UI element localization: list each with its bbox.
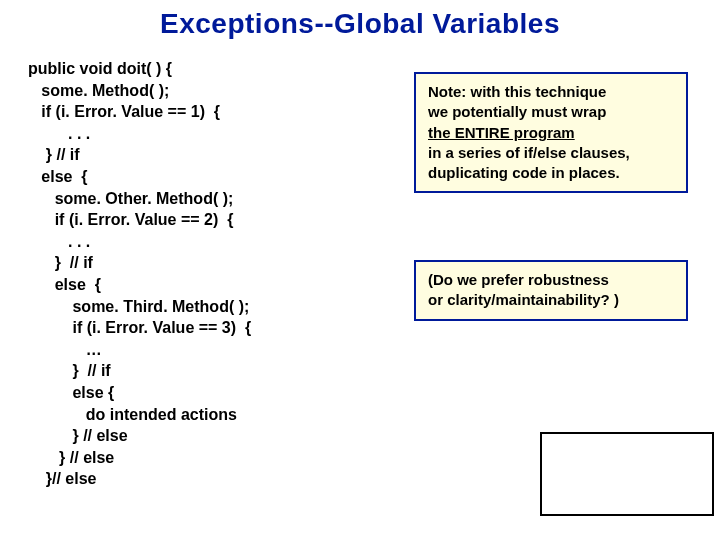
- code-block: public void doit( ) { some. Method( ); i…: [28, 58, 251, 490]
- note-line: (Do we prefer robustness: [428, 271, 609, 288]
- note-line: duplicating code in places.: [428, 164, 620, 181]
- note-technique: Note: with this technique we potentially…: [414, 72, 688, 193]
- note-line: or clarity/maintainability? ): [428, 291, 619, 308]
- page-title: Exceptions--Global Variables: [0, 0, 720, 40]
- note-line: in a series of if/else clauses,: [428, 144, 630, 161]
- note-line-underlined: the ENTIRE program: [428, 124, 575, 141]
- note-question: (Do we prefer robustness or clarity/main…: [414, 260, 688, 321]
- note-line: Note: with this technique: [428, 83, 606, 100]
- note-line: we potentially must wrap: [428, 103, 606, 120]
- empty-placeholder-box: [540, 432, 714, 516]
